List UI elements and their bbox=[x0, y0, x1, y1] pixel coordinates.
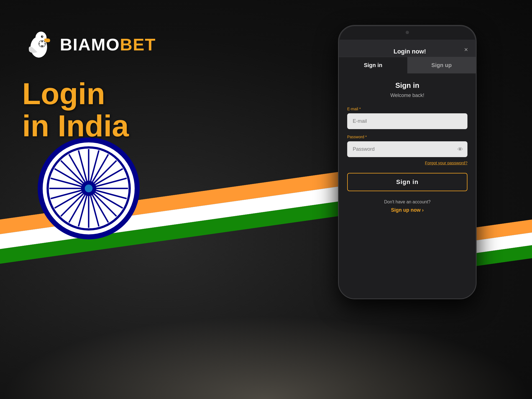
svg-point-27 bbox=[85, 185, 93, 192]
auth-tabs: Sign in Sign up bbox=[339, 57, 476, 73]
modal-body: Sign in Welcome back! E-mail * Password … bbox=[339, 73, 476, 221]
email-input[interactable] bbox=[347, 113, 467, 129]
toggle-password-icon[interactable]: 👁 bbox=[457, 146, 463, 152]
phone-camera bbox=[406, 31, 409, 34]
tab-signin[interactable]: Sign in bbox=[339, 57, 407, 73]
tab-signup[interactable]: Sign up bbox=[407, 57, 476, 73]
hero-title: Login in India bbox=[22, 78, 156, 142]
no-account-text: Don't have an account? bbox=[347, 200, 467, 204]
ashoka-chakra bbox=[36, 136, 141, 241]
forgot-password-link[interactable]: Forgot your password? bbox=[347, 160, 467, 165]
svg-point-31 bbox=[42, 36, 43, 37]
phone-screen: Login now! × Sign in Sign up Sign in Wel… bbox=[339, 40, 476, 298]
form-subtitle: Welcome back! bbox=[347, 93, 467, 98]
password-input[interactable] bbox=[347, 141, 467, 157]
brand-logo-icon bbox=[22, 28, 55, 61]
phone-outer-shell: Login now! × Sign in Sign up Sign in Wel… bbox=[338, 25, 477, 299]
brand-name: BIAMOBET bbox=[60, 35, 156, 54]
logo-area: BIAMOBET bbox=[22, 28, 156, 61]
form-title: Sign in bbox=[347, 81, 467, 90]
phone-mockup: Login now! × Sign in Sign up Sign in Wel… bbox=[338, 25, 477, 302]
close-button[interactable]: × bbox=[464, 46, 468, 57]
left-content: BIAMOBET Login in India bbox=[22, 28, 156, 142]
password-label: Password * bbox=[347, 135, 467, 139]
email-label: E-mail * bbox=[347, 107, 467, 111]
modal-title: Login now! bbox=[355, 48, 464, 55]
sign-in-button[interactable]: Sign in bbox=[347, 173, 467, 191]
smoke-overlay bbox=[0, 316, 532, 399]
sign-up-now-link[interactable]: Sign up now › bbox=[347, 207, 467, 213]
modal-header: Login now! × bbox=[339, 40, 476, 57]
password-field-wrapper: 👁 bbox=[347, 141, 467, 157]
